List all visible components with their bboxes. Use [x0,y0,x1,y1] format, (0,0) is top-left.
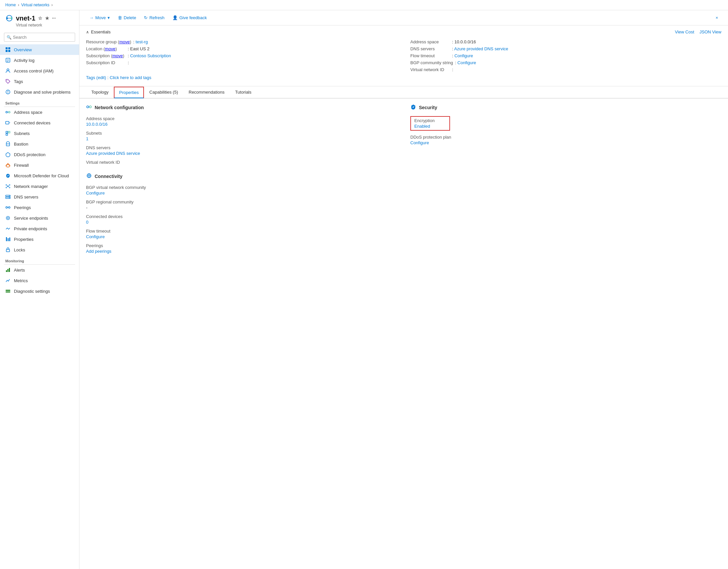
move-button[interactable]: → Move ▾ [86,14,113,22]
rg-move-link[interactable]: move [119,39,130,44]
properties-content: Network configuration Address space 10.0… [79,99,728,263]
tags-add-link[interactable]: Click here to add tags [110,75,152,80]
nc-address-space: Address space 10.0.0.0/16 [86,116,397,127]
sidebar-item-activity-log[interactable]: Activity log [0,55,79,66]
tab-properties[interactable]: Properties [114,87,144,98]
encryption-value-link[interactable]: Enabled [414,124,430,129]
properties-icon [5,237,11,242]
diagnose-icon [5,89,11,95]
search-input[interactable] [4,33,75,42]
svg-point-55 [89,106,91,108]
sidebar-item-service-endpoints[interactable]: Service endpoints [0,213,79,223]
firewall-icon [5,162,11,168]
security-icon [410,104,416,111]
sidebar-item-subnets[interactable]: Subnets [0,128,79,139]
sidebar-item-bastion[interactable]: Bastion [0,139,79,149]
sidebar-item-diagnose[interactable]: Diagnose and solve problems [0,87,79,97]
conn-peerings-link[interactable]: Add peerings [86,249,112,254]
search-icon: 🔍 [7,35,12,40]
sidebar-item-label-tags: Tags [14,79,23,84]
ddos-configure-link[interactable]: Configure [410,140,429,145]
tab-capabilities[interactable]: Capabilities (5) [144,86,183,99]
view-cost-link[interactable]: View Cost [675,29,694,34]
sidebar-item-address-space[interactable]: Address space [0,107,79,117]
more-icon[interactable]: ··· [52,16,56,21]
svg-point-39 [9,197,10,198]
sidebar-item-peerings[interactable]: Peerings [0,202,79,213]
sidebar-item-label-connected-devices: Connected devices [14,120,51,125]
nc-dns-link[interactable]: Azure provided DNS service [86,151,140,156]
sidebar-item-private-endpoints[interactable]: Private endpoints [0,223,79,234]
sidebar-item-label-diagnose: Diagnose and solve problems [14,90,70,95]
sidebar-item-ddos[interactable]: DDoS protection [0,149,79,160]
breadcrumb-home[interactable]: Home [5,3,16,7]
conn-flow-link[interactable]: Configure [86,234,105,239]
sidebar-nav: Overview Activity log Access control (IA… [0,44,79,569]
sidebar-item-label-properties: Properties [14,237,33,242]
nc-subnets: Subnets 1 [86,131,397,141]
breadcrumb: Home › Virtual networks › [5,3,53,7]
breadcrumb-section[interactable]: Virtual networks [21,3,49,7]
sub-value-link[interactable]: Contoso Subscription [130,53,171,58]
connectivity-header: Connectivity [86,173,397,181]
json-view-link[interactable]: JSON View [700,29,721,34]
encryption-highlighted-box: Encryption Enabled [410,116,450,131]
location-move-link[interactable]: move [105,46,115,51]
essentials-actions: View Cost JSON View [675,29,721,34]
sidebar-item-access-control[interactable]: Access control (IAM) [0,66,79,76]
bgp-configure-link[interactable]: Configure [457,60,476,65]
collapse-essentials-icon[interactable]: ∧ [86,30,89,34]
svg-rect-47 [9,238,10,241]
bgp-comm-link[interactable]: Configure [86,191,105,196]
nc-address-link[interactable]: 10.0.0.0/16 [86,122,108,127]
sidebar-item-overview[interactable]: Overview [0,44,79,55]
tags-edit-link[interactable]: Tags (edit) [86,75,106,80]
svg-rect-51 [9,268,10,272]
sidebar-item-tags[interactable]: Tags [0,76,79,87]
sidebar-item-diagnostic-settings[interactable]: Diagnostic settings [0,286,79,296]
sidebar-item-connected-devices[interactable]: Connected devices [0,117,79,128]
feedback-icon: 👤 [172,15,178,20]
close-button[interactable]: × [712,14,721,22]
sidebar-item-metrics[interactable]: Metrics [0,275,79,286]
sidebar-search-area: 🔍 [0,30,79,44]
ms-defender-icon [5,173,11,178]
nc-subnets-link[interactable]: 1 [86,136,88,141]
sub-move-link[interactable]: move [112,53,123,58]
rg-value-link[interactable]: test-rg [136,39,148,44]
flow-configure-link[interactable]: Configure [454,53,473,58]
svg-point-16 [8,93,8,93]
sidebar-item-locks[interactable]: Locks [0,244,79,255]
conn-devices-link[interactable]: 0 [86,220,88,225]
refresh-button[interactable]: ↻ Refresh [141,14,168,22]
sidebar-item-label-alerts: Alerts [14,268,25,273]
sidebar-item-network-manager[interactable]: Network manager [0,181,79,192]
bastion-icon [5,141,11,147]
svg-rect-22 [6,131,8,133]
sidebar-item-properties[interactable]: Properties [0,234,79,244]
network-manager-icon [5,184,11,189]
resource-type: Virtual network [5,23,74,27]
essentials-tags: Tags (edit) : Click here to add tags [86,73,721,82]
tab-tutorials[interactable]: Tutorials [230,86,256,99]
sidebar-item-firewall[interactable]: Firewall [0,160,79,170]
monitoring-section-label: Monitoring [0,255,79,264]
sidebar-item-label-ms-defender: Microsoft Defender for Cloud [14,173,69,178]
tab-recommendations[interactable]: Recommendations [183,86,230,99]
sidebar-item-dns-servers[interactable]: DNS servers [0,192,79,202]
delete-button[interactable]: 🗑 Delete [114,14,140,22]
feedback-button[interactable]: 👤 Give feedback [169,14,210,22]
sidebar-item-alerts[interactable]: Alerts [0,265,79,275]
essentials-grid: Resource group (move) : test-rg Location… [86,38,721,73]
connectivity-icon [86,173,92,180]
star-icon[interactable]: ★ [45,16,49,21]
sidebar-header: vnet-1 ☆ ★ ··· Virtual network [0,10,79,30]
tab-topology[interactable]: Topology [86,86,114,99]
dns-value-link[interactable]: Azure provided DNS service [454,46,508,51]
service-endpoints-icon [5,215,11,221]
pin-icon[interactable]: ☆ [38,16,42,21]
sidebar-item-ms-defender[interactable]: Microsoft Defender for Cloud [0,170,79,181]
svg-rect-20 [6,121,9,124]
svg-point-29 [9,185,10,186]
dns-servers-icon [5,194,11,199]
